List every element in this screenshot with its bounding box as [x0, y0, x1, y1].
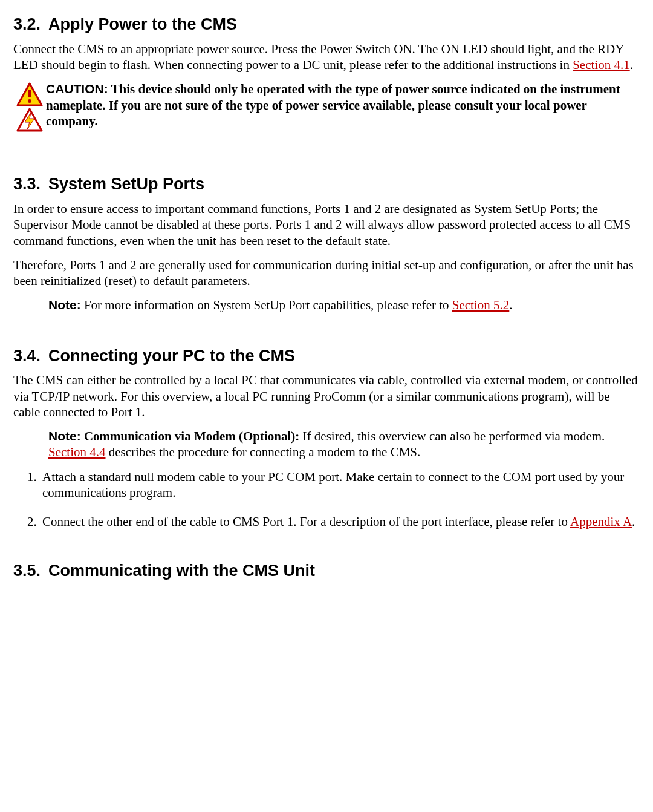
- section-title: Communicating with the CMS Unit: [48, 562, 315, 580]
- link-section-4-4[interactable]: Section 4.4: [48, 445, 106, 459]
- text: describes the procedure for connecting a…: [106, 445, 421, 459]
- section-heading-3-5: 3.5.Communicating with the CMS Unit: [13, 561, 640, 581]
- link-section-5-2[interactable]: Section 5.2: [452, 298, 510, 312]
- warning-triangle-icon: [16, 82, 43, 106]
- paragraph: Connect the CMS to an appropriate power …: [13, 41, 640, 73]
- note-block: Note: Communication via Modem (Optional)…: [48, 428, 640, 460]
- section-title: Connecting your PC to the CMS: [48, 347, 295, 365]
- note-label: Note:: [48, 429, 81, 443]
- text: .: [630, 57, 633, 72]
- paragraph: The CMS can either be controlled by a lo…: [13, 372, 640, 420]
- section-title: System SetUp Ports: [48, 175, 204, 193]
- svg-point-2: [28, 99, 31, 103]
- section-number: 3.2.: [13, 15, 48, 35]
- section-title: Apply Power to the CMS: [48, 15, 237, 33]
- caution-body: This device should only be operated with…: [46, 82, 620, 128]
- list-item: Connect the other end of the cable to CM…: [40, 514, 640, 529]
- list-item: Attach a standard null modem cable to yo…: [40, 469, 640, 501]
- section-heading-3-2: 3.2.Apply Power to the CMS: [13, 15, 640, 35]
- note-body: For more information on System SetUp Por…: [81, 298, 452, 312]
- section-number: 3.4.: [13, 346, 48, 367]
- caution-block: CAUTION: This device should only be oper…: [13, 81, 640, 132]
- section-number: 3.5.: [13, 561, 48, 581]
- paragraph: In order to ensure access to important c…: [13, 201, 640, 249]
- link-appendix-a[interactable]: Appendix A: [570, 514, 632, 529]
- svg-rect-1: [28, 90, 31, 97]
- text: Attach a standard null modem cable to yo…: [42, 470, 624, 500]
- note-subtitle: Communication via Modem (Optional):: [81, 429, 300, 444]
- electrical-hazard-icon: [16, 108, 43, 132]
- text: Connect the CMS to an appropriate power …: [13, 42, 624, 72]
- section-heading-3-3: 3.3.System SetUp Ports: [13, 174, 640, 195]
- caution-icons: [13, 81, 46, 132]
- caution-text: CAUTION: This device should only be oper…: [46, 81, 640, 129]
- text: Connect the other end of the cable to CM…: [42, 514, 570, 529]
- note-label: Note:: [48, 298, 81, 312]
- link-section-4-1[interactable]: Section 4.1: [573, 57, 630, 72]
- section-heading-3-4: 3.4.Connecting your PC to the CMS: [13, 346, 640, 367]
- caution-label: CAUTION:: [46, 82, 108, 96]
- ordered-list: Attach a standard null modem cable to yo…: [13, 469, 640, 530]
- text: .: [509, 298, 512, 312]
- text: If desired, this overview can also be pe…: [299, 429, 605, 444]
- paragraph: Therefore, Ports 1 and 2 are generally u…: [13, 257, 640, 289]
- text: .: [632, 514, 635, 529]
- note-block: Note: For more information on System Set…: [48, 297, 640, 313]
- section-number: 3.3.: [13, 174, 48, 195]
